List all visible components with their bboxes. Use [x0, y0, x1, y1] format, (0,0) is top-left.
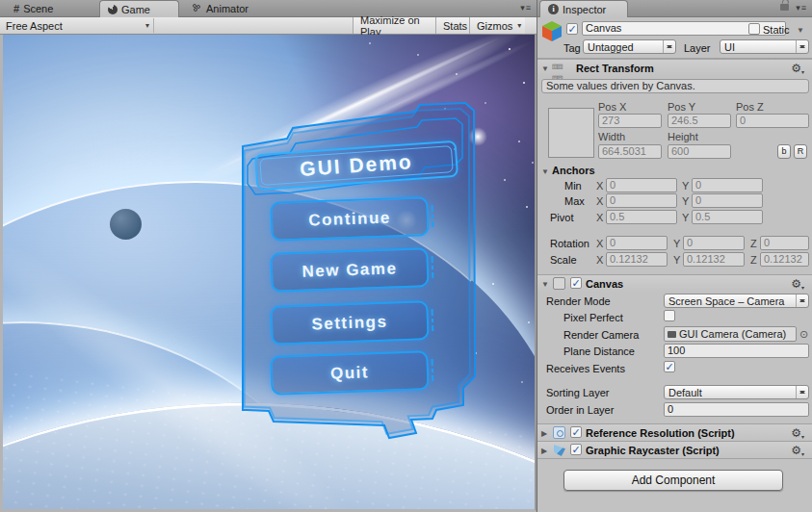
continue-button[interactable]: Continue — [270, 196, 429, 242]
tab-inspector-label: Inspector — [563, 4, 606, 15]
layer-label: Layer — [684, 42, 711, 54]
pivot-y-field[interactable]: 0.5 — [692, 210, 763, 224]
pane-menu-icon[interactable]: ▾≡ — [796, 3, 807, 13]
stats-button[interactable]: Stats — [435, 17, 469, 34]
gear-icon[interactable]: ⚙ — [791, 62, 804, 75]
axis-y-label: Y — [673, 238, 680, 249]
settings-button[interactable]: Settings — [270, 300, 429, 346]
aspect-dropdown[interactable]: Free Aspect ▾ — [2, 18, 154, 33]
pos-y-field[interactable]: 246.5 — [668, 114, 731, 128]
tab-game[interactable]: Game — [99, 0, 179, 17]
rect-transform-header[interactable]: ▼ ⧈⧈⧈⧈ Rect Transform ⚙ — [537, 59, 812, 76]
static-checkbox[interactable] — [748, 23, 760, 35]
gear-icon[interactable]: ⚙ — [791, 426, 804, 440]
maximize-on-play-button[interactable]: Maximize on Play — [353, 17, 435, 34]
static-label: Static — [763, 24, 790, 36]
lock-icon[interactable] — [780, 4, 789, 11]
axis-y-label: Y — [682, 212, 689, 223]
scale-x-field[interactable]: 0.12132 — [606, 252, 668, 267]
reference-resolution-header[interactable]: ▶ Reference Resolution (Script) ⚙ — [537, 423, 812, 441]
width-field[interactable]: 664.5031 — [598, 144, 662, 159]
game-toolbar: Free Aspect ▾ Maximize on Play Stats Giz… — [0, 17, 537, 35]
inspector-tabbar: i Inspector ▾≡ — [537, 0, 812, 17]
anchors-label: Anchors — [552, 165, 595, 176]
reference-resolution-checkbox[interactable] — [570, 426, 582, 438]
foldout-collapsed-icon[interactable]: ▶ — [541, 429, 547, 438]
pos-x-label: Pos X — [598, 101, 626, 113]
plane-distance-label: Plane Distance — [563, 346, 635, 357]
anchor-max-y-field[interactable]: 0 — [692, 193, 763, 208]
canvas-component-header[interactable]: ▼ Canvas ⚙ — [537, 274, 812, 292]
plane-distance-field[interactable]: 100 — [664, 344, 809, 358]
anchor-min-y-field[interactable]: 0 — [692, 178, 763, 192]
axis-x-label: X — [596, 238, 603, 249]
order-in-layer-field[interactable]: 0 — [664, 402, 809, 417]
receives-events-checkbox[interactable] — [664, 361, 675, 372]
height-label: Height — [668, 131, 698, 142]
dropdown-arrows-icon — [796, 386, 808, 398]
canvas-enabled-checkbox[interactable] — [570, 277, 582, 289]
rotation-z-field[interactable]: 0 — [760, 236, 809, 250]
foldout-collapsed-icon[interactable]: ▶ — [541, 447, 547, 455]
dropdown-arrows-icon — [796, 294, 808, 307]
anchors-foldout-icon[interactable]: ▼ — [541, 167, 549, 176]
min-label: Min — [564, 180, 582, 192]
tab-inspector[interactable]: i Inspector — [539, 0, 628, 17]
pos-z-field[interactable]: 0 — [736, 114, 809, 128]
tag-dropdown[interactable]: Untagged — [583, 39, 676, 54]
tab-scene[interactable]: # Scene — [6, 0, 61, 17]
order-in-layer-label: Order in Layer — [546, 404, 614, 416]
pixel-perfect-checkbox[interactable] — [664, 310, 675, 321]
anchor-max-x-field[interactable]: 0 — [606, 193, 677, 208]
pane-menu-icon[interactable]: ▾≡ — [520, 3, 532, 13]
tab-animator[interactable]: Animator — [185, 0, 256, 17]
pivot-x-field[interactable]: 0.5 — [606, 210, 677, 224]
axis-y-label: Y — [673, 254, 680, 266]
tab-scene-label: Scene — [23, 3, 53, 14]
graphic-raycaster-header[interactable]: ▶ Graphic Raycaster (Script) ⚙ — [537, 441, 812, 458]
gizmos-dropdown[interactable]: Gizmos ▾ — [469, 17, 525, 34]
sorting-layer-dropdown[interactable]: Default — [664, 385, 809, 399]
add-component-button[interactable]: Add Component — [563, 470, 783, 491]
object-picker-icon[interactable]: ⊙ — [799, 328, 808, 341]
tab-game-label: Game — [121, 4, 150, 15]
blueprint-mode-button[interactable]: b — [777, 144, 791, 159]
render-mode-dropdown[interactable]: Screen Space – Camera — [664, 294, 809, 308]
new-game-button[interactable]: New Game — [270, 247, 429, 293]
pos-x-field[interactable]: 273 — [598, 114, 662, 128]
scale-z-field[interactable]: 0.12132 — [760, 252, 809, 267]
render-camera-label: Render Camera — [563, 329, 639, 341]
dropdown-arrows-icon — [796, 40, 808, 53]
axis-x-label: X — [596, 212, 603, 223]
foldout-icon[interactable]: ▼ — [541, 280, 549, 289]
height-field[interactable]: 600 — [668, 144, 731, 159]
quit-button[interactable]: Quit — [270, 350, 429, 396]
foldout-icon[interactable]: ▼ — [541, 64, 549, 73]
max-label: Max — [564, 195, 585, 207]
rotation-y-field[interactable]: 0 — [683, 236, 745, 250]
static-dropdown-icon[interactable]: ▼ — [797, 26, 804, 35]
game-viewport: GUI Demo Continue New Game Settings Quit — [0, 35, 537, 512]
reference-resolution-title: Reference Resolution (Script) — [586, 427, 735, 439]
active-checkbox[interactable] — [566, 23, 578, 35]
gear-icon[interactable]: ⚙ — [791, 444, 804, 457]
axis-z-label: Z — [750, 238, 757, 249]
raw-mode-button[interactable]: R — [794, 144, 807, 159]
axis-y-label: Y — [682, 195, 689, 207]
anchor-min-x-field[interactable]: 0 — [606, 178, 677, 192]
scale-y-field[interactable]: 0.12132 — [683, 252, 745, 267]
canvas-component-icon — [553, 277, 565, 290]
scale-label: Scale — [550, 254, 577, 266]
graphic-raycaster-checkbox[interactable] — [570, 444, 582, 455]
render-camera-object-field[interactable]: GUI Camera (Camera) — [664, 326, 797, 342]
scene-icon: # — [13, 3, 19, 14]
rotation-label: Rotation — [550, 238, 589, 249]
gameobject-cube-icon[interactable] — [541, 20, 563, 42]
axis-y-label: Y — [682, 180, 689, 192]
rotation-x-field[interactable]: 0 — [606, 236, 668, 250]
pixel-perfect-label: Pixel Perfect — [563, 312, 623, 323]
anchor-preset-button[interactable] — [548, 108, 594, 158]
axis-x-label: X — [596, 254, 603, 266]
gear-icon[interactable]: ⚙ — [791, 277, 804, 291]
layer-dropdown[interactable]: UI — [720, 39, 809, 54]
